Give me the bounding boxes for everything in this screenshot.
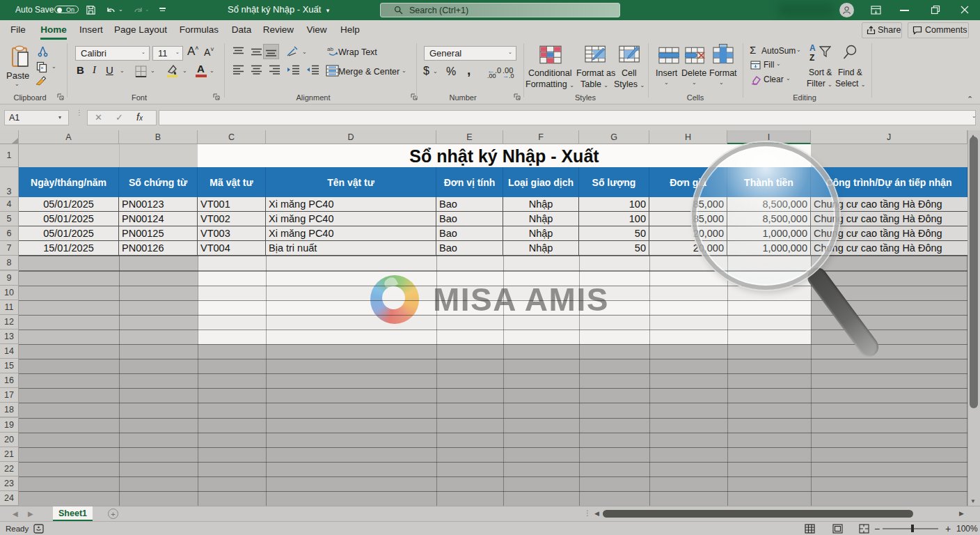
svg-text:ab: ab <box>327 46 333 52</box>
